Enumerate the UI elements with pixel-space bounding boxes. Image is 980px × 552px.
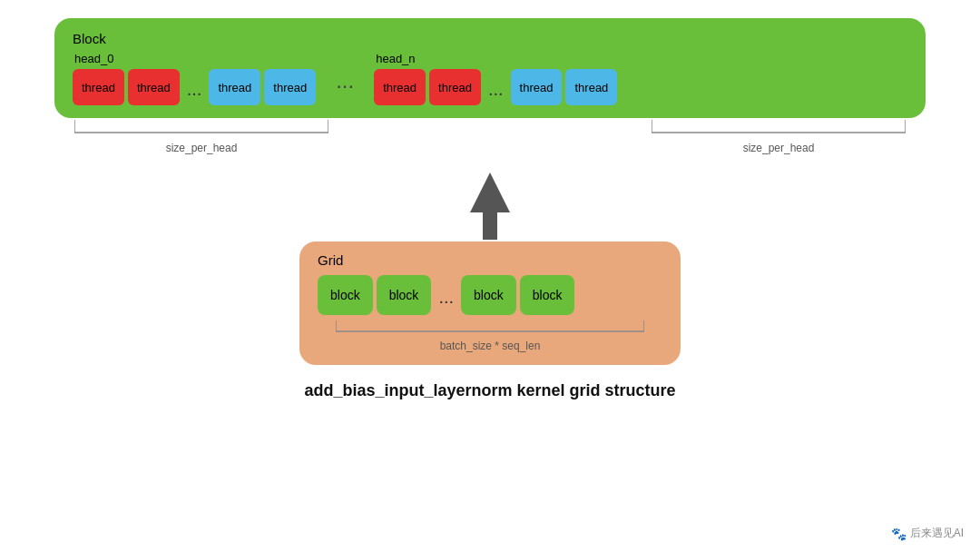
dots-1: ... (187, 79, 202, 100)
grid-label: Grid (318, 252, 662, 268)
left-brace-group: size_per_head (74, 120, 328, 154)
arrow (470, 172, 510, 240)
head-0-group: head_0 thread thread ... thread thread (73, 52, 316, 105)
watermark-text: 后来遇见AI (910, 526, 964, 541)
right-brace-group: size_per_head (652, 120, 906, 154)
block-label: Block (73, 31, 106, 46)
grid-block-4: block (520, 275, 575, 315)
block-container: Block head_0 thread thread ... thread th… (54, 18, 926, 118)
block-inner: head_0 thread thread ... thread thread .… (73, 52, 907, 105)
arrow-shaft (483, 212, 497, 240)
separator-dots: ... (336, 68, 354, 94)
grid-block-1: block (318, 275, 373, 315)
brace-annotations: size_per_head size_per_head (54, 120, 926, 169)
thread-box-blue-1: thread (209, 69, 260, 105)
watermark: 🐾 后来遇见AI (891, 526, 964, 541)
bottom-title: add_bias_input_layernorm kernel grid str… (304, 381, 675, 400)
grid-dots: ... (438, 287, 454, 308)
head-0-threads: thread thread ... thread thread (73, 69, 316, 105)
dots-2: ... (488, 79, 504, 100)
size-per-head-left: size_per_head (166, 142, 238, 154)
thread-box-blue-3: thread (511, 69, 563, 105)
head-n-threads: thread thread ... thread thread (374, 69, 617, 105)
thread-box-red-3: thread (374, 69, 426, 105)
main-container: Block head_0 thread thread ... thread th… (0, 0, 980, 552)
head-n-label: head_n (376, 52, 415, 65)
batch-label: batch_size * seq_len (440, 340, 541, 352)
thread-box-red-2: thread (128, 69, 180, 105)
thread-box-red-1: thread (73, 69, 124, 105)
head-n-group: head_n thread thread ... thread thread (374, 52, 617, 105)
grid-block-3: block (461, 275, 516, 315)
arrow-container (470, 172, 510, 240)
thread-box-red-4: thread (429, 69, 481, 105)
grid-container: Grid block block ... block block batch_s… (299, 242, 681, 365)
right-brace-svg (652, 120, 906, 138)
grid-brace-svg (336, 320, 644, 337)
thread-box-blue-2: thread (264, 69, 316, 105)
grid-brace-group: batch_size * seq_len (318, 320, 662, 352)
left-brace-svg (74, 120, 328, 138)
arrow-head (470, 172, 510, 212)
grid-block-2: block (377, 275, 432, 315)
watermark-icon: 🐾 (891, 527, 906, 541)
grid-inner: block block ... block block (318, 275, 662, 315)
head-0-label: head_0 (74, 52, 113, 65)
size-per-head-right: size_per_head (743, 142, 815, 154)
thread-box-blue-4: thread (565, 69, 617, 105)
